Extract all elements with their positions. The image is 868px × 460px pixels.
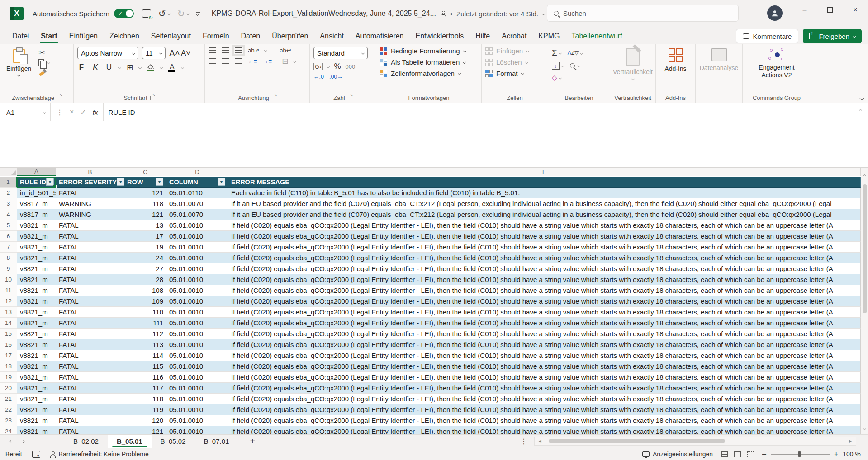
cell-column[interactable]: 05.01.0010: [166, 231, 228, 242]
cell-row[interactable]: 13: [124, 220, 166, 231]
scroll-left-icon[interactable]: ◄: [535, 438, 545, 444]
next-sheet-button[interactable]: [22, 440, 25, 443]
tab-entwicklertools[interactable]: Entwicklertools: [410, 29, 470, 44]
cell-error-severity[interactable]: FATAL: [56, 339, 124, 350]
column-header-b[interactable]: B: [56, 168, 124, 176]
horizontal-scrollbar[interactable]: ◄ ►: [534, 437, 856, 446]
cell-error-severity[interactable]: FATAL: [56, 274, 124, 285]
tab-formeln[interactable]: Formeln: [197, 29, 235, 44]
sheet-tab-b_07.01[interactable]: B_07.01: [195, 435, 238, 448]
cell-column[interactable]: 05.01.0010: [166, 242, 228, 253]
name-box[interactable]: A1: [0, 103, 51, 121]
cell-error-severity[interactable]: FATAL: [56, 361, 124, 372]
cell-styles-button[interactable]: Zellenformatvorlagen: [380, 70, 478, 77]
page-layout-view-button[interactable]: [734, 451, 741, 457]
row-number[interactable]: 6: [0, 231, 17, 242]
cell-row[interactable]: 117: [124, 383, 166, 394]
cell-error-message[interactable]: If field (C020) equals eba_qCO:qx2000 (L…: [228, 426, 861, 434]
cell-error-severity[interactable]: FATAL: [56, 383, 124, 394]
row-number[interactable]: 19: [0, 372, 17, 383]
cell-row[interactable]: 121: [124, 188, 166, 198]
cell-rule-id[interactable]: in_id_501_500: [17, 188, 56, 198]
zoom-slider[interactable]: [771, 454, 830, 455]
format-painter-button[interactable]: [38, 69, 46, 76]
add-sheet-button[interactable]: +: [238, 435, 267, 448]
cell-rule-id[interactable]: v8821_m: [17, 415, 56, 426]
cell-column[interactable]: 05.01.0010: [166, 415, 228, 426]
cell-column[interactable]: 05.01.0110: [166, 188, 228, 198]
thousands-separator-button[interactable]: 000: [346, 63, 356, 70]
cell-error-severity[interactable]: FATAL: [56, 307, 124, 318]
tab-einfügen[interactable]: Einfügen: [63, 29, 104, 44]
sheet-tab-b_05.02[interactable]: B_05.02: [152, 435, 195, 448]
cell-error-message[interactable]: If field (C020) equals eba_qCO:qx2000 (L…: [228, 383, 861, 394]
cell-error-severity[interactable]: FATAL: [56, 394, 124, 404]
cell-error-severity[interactable]: FATAL: [56, 296, 124, 307]
sort-filter-button[interactable]: AZ▽: [568, 50, 583, 56]
tab-datei[interactable]: Datei: [6, 29, 35, 44]
fill-button[interactable]: ↓: [552, 62, 564, 70]
cell-column[interactable]: 05.01.0010: [166, 307, 228, 318]
header-cell-column[interactable]: COLUMN▼: [166, 177, 228, 188]
confirm-entry-button[interactable]: ✓: [80, 108, 86, 117]
row-number[interactable]: 2: [0, 188, 17, 198]
cell-error-message[interactable]: If it an EU based provider and the field…: [228, 198, 861, 209]
underline-button[interactable]: U: [105, 63, 113, 72]
cell-rule-id[interactable]: v8821_m: [17, 220, 56, 231]
cell-error-message[interactable]: If field (C020) equals eba_qCO:qx2000 (L…: [228, 242, 861, 253]
cell-rule-id[interactable]: v8821_m: [17, 339, 56, 350]
cell-error-message[interactable]: If field (C020) equals eba_qCO:qx2000 (L…: [228, 329, 861, 339]
customize-toolbar-button[interactable]: [196, 12, 200, 15]
cell-rule-id[interactable]: v8821_m: [17, 383, 56, 394]
document-title[interactable]: KPMG-DORA-RoI-Export_ValidationWednesday…: [212, 9, 436, 18]
cell-rule-id[interactable]: v8821_m: [17, 296, 56, 307]
minimize-button[interactable]: –: [792, 0, 817, 20]
cell-column[interactable]: 05.01.0010: [166, 350, 228, 361]
autosave-control[interactable]: Automatisches Speichern ✓: [33, 9, 134, 18]
zoom-in-button[interactable]: +: [834, 450, 838, 458]
increase-indent-button[interactable]: →≡: [263, 58, 272, 65]
cell-rule-id[interactable]: v8821_m: [17, 394, 56, 404]
cell-rule-id[interactable]: v8821_m: [17, 274, 56, 285]
document-meta[interactable]: • Zuletzt geändert: vor 4 Std.: [441, 10, 545, 18]
close-button[interactable]: ×: [843, 0, 868, 20]
cell-row[interactable]: 115: [124, 361, 166, 372]
cell-error-severity[interactable]: FATAL: [56, 415, 124, 426]
tab-zeichnen[interactable]: Zeichnen: [104, 29, 145, 44]
cell-rule-id[interactable]: v8821_m: [17, 350, 56, 361]
header-cell-error-severity[interactable]: ERROR SEVERITY▼: [56, 177, 124, 188]
cell-rule-id[interactable]: v8821_m: [17, 253, 56, 263]
tab-start[interactable]: Start: [35, 29, 63, 44]
number-format-select[interactable]: Standard: [313, 47, 368, 59]
cell-row[interactable]: 116: [124, 372, 166, 383]
row-number[interactable]: 13: [0, 307, 17, 318]
cell-row[interactable]: 118: [124, 198, 166, 209]
cell-error-message[interactable]: If field (C020) equals eba_qCO:qx2000 (L…: [228, 415, 861, 426]
cell-row[interactable]: 118: [124, 394, 166, 404]
cell-error-severity[interactable]: FATAL: [56, 426, 124, 434]
merge-center-button[interactable]: ⊟: [282, 57, 288, 65]
cell-column[interactable]: 05.01.0010: [166, 296, 228, 307]
cell-error-message[interactable]: If field (C020) equals eba_qCO:qx2000 (L…: [228, 372, 861, 383]
cell-column[interactable]: 05.01.0010: [166, 285, 228, 296]
decrease-decimal-button[interactable]: .00→: [329, 74, 343, 80]
row-number[interactable]: 23: [0, 415, 17, 426]
insert-cells-button[interactable]: Einfügen: [485, 47, 544, 55]
tab-seitenlayout[interactable]: Seitenlayout: [145, 29, 197, 44]
cell-row[interactable]: 24: [124, 253, 166, 263]
row-number[interactable]: 1: [0, 177, 17, 188]
cell-rule-id[interactable]: v8821_m: [17, 285, 56, 296]
cell-column[interactable]: 05.01.0010: [166, 394, 228, 404]
percent-button[interactable]: %: [334, 62, 341, 71]
cell-column[interactable]: 05.01.0010: [166, 361, 228, 372]
row-number[interactable]: 7: [0, 242, 17, 253]
row-number[interactable]: 21: [0, 394, 17, 404]
header-cell-row[interactable]: ROW▼: [124, 177, 166, 188]
header-cell-rule-id[interactable]: RULE ID▼: [17, 177, 56, 188]
row-number[interactable]: 4: [0, 209, 17, 220]
dialog-launcher-icon[interactable]: [272, 96, 276, 100]
redo-button[interactable]: ↻: [177, 8, 189, 19]
cell-rule-id[interactable]: v8821_m: [17, 404, 56, 415]
cell-column[interactable]: 05.01.0010: [166, 274, 228, 285]
cell-rule-id[interactable]: v8821_m: [17, 361, 56, 372]
